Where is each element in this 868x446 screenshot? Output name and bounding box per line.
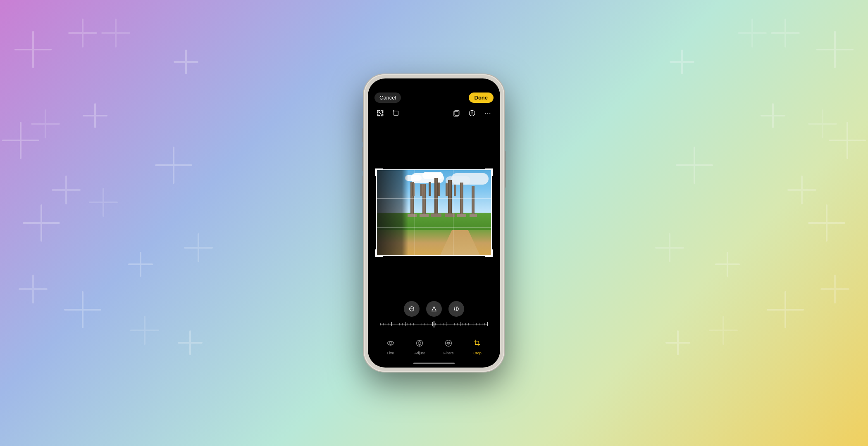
slider-tick	[408, 323, 408, 325]
tab-filters-label: Filters	[444, 351, 454, 355]
svg-marker-13	[432, 307, 436, 311]
toolbar-row	[368, 108, 500, 118]
home-indicator	[413, 363, 455, 364]
dynamic-island	[413, 83, 455, 88]
svg-line-0	[379, 112, 382, 114]
crop-container	[376, 169, 492, 256]
tab-adjust[interactable]: Adjust	[409, 339, 430, 355]
slider-tick	[484, 323, 485, 325]
cancel-button[interactable]: Cancel	[374, 93, 401, 103]
slider-tick	[449, 323, 449, 325]
svg-marker-6	[472, 111, 473, 113]
slider-tick	[389, 323, 389, 325]
slider-tick	[402, 323, 403, 325]
flip-button[interactable]	[448, 301, 464, 317]
phone-frame: Cancel Done	[364, 74, 504, 372]
tab-live[interactable]: Live	[380, 339, 401, 355]
slider-tick	[438, 323, 438, 325]
done-button[interactable]: Done	[469, 93, 494, 103]
slider-tick-major	[405, 322, 405, 326]
top-bar: Cancel Done	[368, 93, 500, 103]
svg-marker-7	[472, 113, 473, 116]
slider-tick	[430, 323, 430, 325]
rotation-slider[interactable]	[380, 320, 488, 328]
flatten-button[interactable]	[404, 301, 420, 317]
slider-tick	[441, 323, 441, 325]
slider-tick	[476, 323, 477, 325]
tab-bar: Live Adjust	[368, 339, 500, 355]
svg-point-15	[389, 342, 392, 345]
filters-tab-icon	[444, 339, 453, 349]
slider-tick	[468, 323, 469, 325]
horizon-button[interactable]	[426, 301, 442, 317]
rotation-tools	[368, 301, 500, 328]
slider-tick	[454, 323, 455, 325]
path-layer	[440, 230, 480, 256]
slider-center-marker	[434, 321, 434, 327]
svg-point-8	[485, 113, 486, 114]
crop-tab-icon	[473, 339, 482, 349]
slider-tick-major	[391, 322, 392, 326]
slider-tick	[422, 323, 422, 325]
slider-tick	[413, 323, 414, 325]
slider-tick	[410, 323, 411, 325]
svg-point-17	[418, 342, 421, 345]
slider-tick	[471, 323, 471, 325]
svg-point-10	[489, 113, 490, 114]
slider-tick	[399, 323, 400, 325]
rotate-icon[interactable]	[391, 108, 401, 118]
tab-filters[interactable]: Filters	[438, 339, 459, 355]
compass-icon[interactable]	[467, 108, 477, 118]
slider-tick	[383, 323, 384, 325]
slider-tick-major	[446, 322, 446, 326]
slider-tick	[394, 323, 394, 325]
tab-crop-label: Crop	[473, 351, 482, 355]
photo-image	[376, 169, 492, 256]
live-tab-icon	[386, 339, 395, 349]
svg-rect-2	[394, 111, 398, 116]
more-options-icon[interactable]	[483, 108, 493, 118]
svg-point-9	[487, 113, 488, 114]
slider-tick-major	[474, 322, 474, 326]
slider-tick-major	[460, 322, 460, 326]
pages-icon[interactable]	[451, 108, 461, 118]
slider-tick	[463, 323, 463, 325]
tab-crop[interactable]: Crop	[467, 339, 488, 355]
slider-tick	[452, 323, 452, 325]
slider-tick	[416, 323, 416, 325]
photo-area	[368, 124, 500, 301]
phone-device: Cancel Done	[364, 74, 504, 372]
adjust-tab-icon	[415, 339, 424, 349]
tab-adjust-label: Adjust	[414, 351, 424, 355]
slider-tick	[386, 323, 386, 325]
tab-live-label: Live	[387, 351, 394, 355]
aspect-ratio-icon[interactable]	[375, 108, 385, 118]
slider-tick	[457, 323, 458, 325]
slider-tick	[482, 323, 482, 325]
slider-tick	[479, 323, 479, 325]
slider-tick	[465, 323, 466, 325]
slider-tick-major	[432, 322, 433, 326]
rotation-buttons	[404, 301, 464, 317]
dark-overlay	[376, 169, 408, 256]
slider-tick	[397, 323, 397, 325]
phone-screen: Cancel Done	[368, 78, 500, 368]
slider-tick-major	[487, 322, 488, 326]
slider-tick	[424, 323, 424, 325]
slider-tick	[427, 323, 427, 325]
slider-tick	[435, 323, 436, 325]
slider-tick-major	[419, 322, 419, 326]
slider-tick	[380, 323, 381, 325]
slider-tick	[444, 323, 444, 325]
